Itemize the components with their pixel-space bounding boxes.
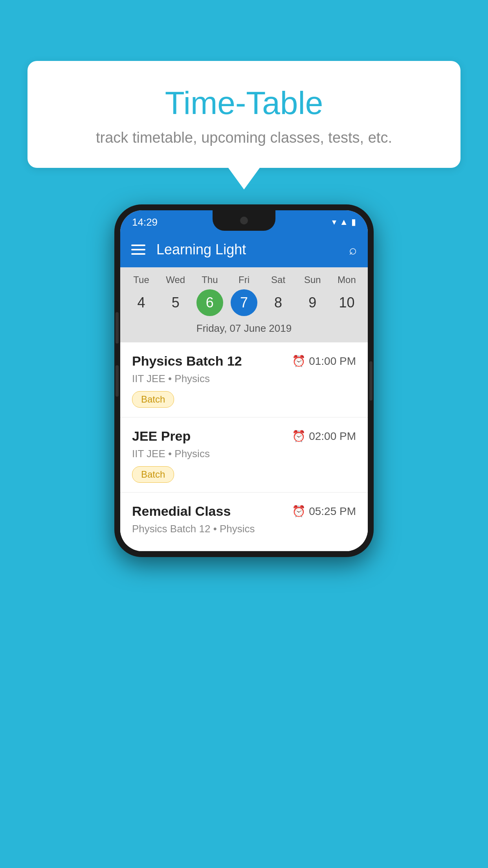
day-name: Tue bbox=[133, 274, 149, 285]
signal-icon: ▲ bbox=[339, 217, 348, 227]
status-icons: ▾ ▲ ▮ bbox=[332, 217, 356, 227]
phone-screen: 14:29 ▾ ▲ ▮ Learning Light ⌕ bbox=[120, 210, 368, 551]
day-name: Fri bbox=[238, 274, 250, 285]
day-col[interactable]: Sat8 bbox=[262, 274, 294, 316]
status-time: 14:29 bbox=[132, 216, 158, 228]
schedule-item[interactable]: Physics Batch 12⏰01:00 PMIIT JEE • Physi… bbox=[120, 342, 368, 417]
phone-notch bbox=[213, 210, 275, 231]
speech-bubble-subtitle: track timetable, upcoming classes, tests… bbox=[47, 129, 441, 146]
search-icon[interactable]: ⌕ bbox=[349, 242, 357, 257]
schedule-item-title: Remedial Class bbox=[132, 504, 231, 519]
day-col[interactable]: Fri7 bbox=[228, 274, 260, 316]
day-name: Thu bbox=[202, 274, 218, 285]
selected-date-label: Friday, 07 June 2019 bbox=[120, 316, 368, 342]
day-number[interactable]: 5 bbox=[162, 289, 189, 316]
day-col[interactable]: Mon10 bbox=[331, 274, 362, 316]
schedule-item[interactable]: JEE Prep⏰02:00 PMIIT JEE • PhysicsBatch bbox=[120, 417, 368, 493]
speech-bubble: Time-Table track timetable, upcoming cla… bbox=[28, 61, 460, 168]
schedule-item-title: JEE Prep bbox=[132, 428, 191, 444]
day-name: Sun bbox=[304, 274, 321, 285]
phone-frame: 14:29 ▾ ▲ ▮ Learning Light ⌕ bbox=[114, 204, 374, 557]
day-col[interactable]: Wed5 bbox=[160, 274, 191, 316]
speech-bubble-container: Time-Table track timetable, upcoming cla… bbox=[28, 61, 460, 189]
calendar-header: Tue4Wed5Thu6Fri7Sat8Sun9Mon10 Friday, 07… bbox=[120, 267, 368, 342]
day-number[interactable]: 4 bbox=[128, 289, 155, 316]
wifi-icon: ▾ bbox=[332, 217, 336, 227]
speech-bubble-arrow bbox=[228, 168, 260, 189]
app-title: Learning Light bbox=[156, 241, 338, 258]
day-number[interactable]: 8 bbox=[265, 289, 292, 316]
batch-badge: Batch bbox=[132, 466, 174, 483]
day-number[interactable]: 7 bbox=[231, 289, 257, 316]
schedule-item-meta: IIT JEE • Physics bbox=[132, 373, 356, 385]
day-name: Sat bbox=[271, 274, 285, 285]
schedule-item-meta: IIT JEE • Physics bbox=[132, 448, 356, 460]
schedule-list: Physics Batch 12⏰01:00 PMIIT JEE • Physi… bbox=[120, 342, 368, 551]
day-number[interactable]: 9 bbox=[299, 289, 326, 316]
volume-button-left-up bbox=[116, 312, 119, 344]
day-number[interactable]: 10 bbox=[333, 289, 360, 316]
time-text: 02:00 PM bbox=[309, 430, 356, 443]
week-days-row: Tue4Wed5Thu6Fri7Sat8Sun9Mon10 bbox=[120, 274, 368, 316]
volume-button-left-down bbox=[116, 365, 119, 397]
app-bar: Learning Light ⌕ bbox=[120, 232, 368, 267]
day-col[interactable]: Sun9 bbox=[297, 274, 328, 316]
schedule-item-meta: Physics Batch 12 • Physics bbox=[132, 523, 356, 535]
day-number[interactable]: 6 bbox=[196, 289, 223, 316]
schedule-item-title: Physics Batch 12 bbox=[132, 353, 242, 369]
day-name: Mon bbox=[338, 274, 356, 285]
clock-icon: ⏰ bbox=[292, 355, 306, 368]
time-text: 01:00 PM bbox=[309, 355, 356, 368]
schedule-item-time: ⏰02:00 PM bbox=[292, 430, 356, 443]
battery-icon: ▮ bbox=[351, 217, 356, 227]
hamburger-menu-icon[interactable] bbox=[131, 245, 145, 255]
clock-icon: ⏰ bbox=[292, 505, 306, 518]
day-name: Wed bbox=[166, 274, 185, 285]
clock-icon: ⏰ bbox=[292, 430, 306, 443]
front-camera bbox=[240, 217, 248, 224]
time-text: 05:25 PM bbox=[309, 505, 356, 518]
schedule-item-time: ⏰01:00 PM bbox=[292, 355, 356, 368]
day-col[interactable]: Thu6 bbox=[194, 274, 226, 316]
phone-mockup: 14:29 ▾ ▲ ▮ Learning Light ⌕ bbox=[114, 204, 374, 557]
speech-bubble-title: Time-Table bbox=[47, 85, 441, 121]
schedule-item-time: ⏰05:25 PM bbox=[292, 505, 356, 518]
schedule-item[interactable]: Remedial Class⏰05:25 PMPhysics Batch 12 … bbox=[120, 493, 368, 551]
volume-button-right bbox=[369, 361, 372, 401]
day-col[interactable]: Tue4 bbox=[126, 274, 157, 316]
batch-badge: Batch bbox=[132, 391, 174, 408]
